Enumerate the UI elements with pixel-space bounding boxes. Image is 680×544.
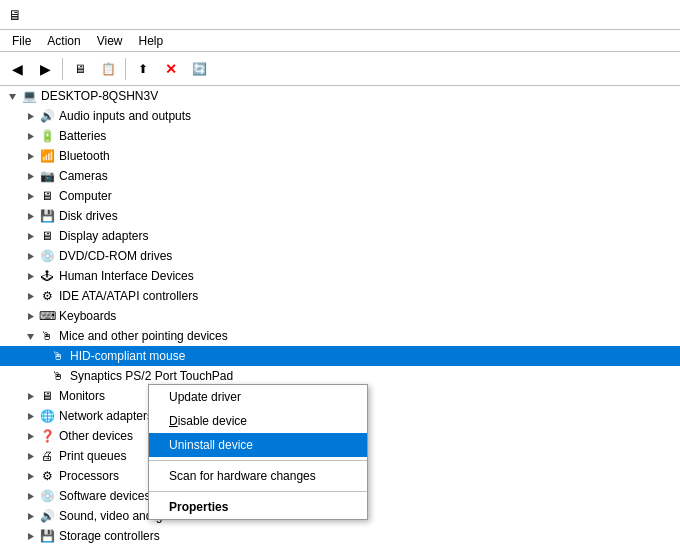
item-label-hid-mouse: HID-compliant mouse [70,349,185,363]
expand-icon-mice[interactable] [22,328,38,344]
item-label-computer: Computer [59,189,112,203]
item-icon-monitors: 🖥 [38,388,56,404]
expand-icon-keyboards[interactable] [22,308,38,324]
item-icon-bluetooth: 📶 [38,148,56,164]
tree-item-hid-mouse[interactable]: 🖱HID-compliant mouse [0,346,680,366]
item-label-disk: Disk drives [59,209,118,223]
svg-marker-11 [28,313,34,320]
close-button[interactable] [626,0,672,30]
item-icon-print: 🖨 [38,448,56,464]
context-menu-item-update-driver[interactable]: Update driver [149,385,367,409]
expand-icon-software[interactable] [22,488,38,504]
expand-icon-hid-mouse [40,348,49,364]
item-label-batteries: Batteries [59,129,106,143]
tree-item-ide[interactable]: ⚙IDE ATA/ATAPI controllers [0,286,680,306]
forward-button[interactable]: ▶ [32,56,58,82]
item-icon-ide: ⚙ [38,288,56,304]
context-menu-separator [149,491,367,492]
expand-icon-other[interactable] [22,428,38,444]
svg-marker-8 [28,253,34,260]
item-icon-computer: 🖥 [38,188,56,204]
item-icon-sound: 🔊 [38,508,56,524]
item-icon-hid-mouse: 🖱 [49,348,67,364]
tree-item-hid[interactable]: 🕹Human Interface Devices [0,266,680,286]
item-label-root: DESKTOP-8QSHN3V [41,89,158,103]
menu-item-action[interactable]: Action [39,30,88,52]
expand-icon-hid[interactable] [22,268,38,284]
tree-item-mice[interactable]: 🖱Mice and other pointing devices [0,326,680,346]
maximize-button[interactable] [578,0,624,30]
properties-button[interactable]: 📋 [95,56,121,82]
expand-icon-storage[interactable] [22,528,38,544]
expand-icon-root[interactable] [4,88,20,104]
computer-button[interactable]: 🖥 [67,56,93,82]
expand-icon-batteries[interactable] [22,128,38,144]
item-icon-root: 💻 [20,88,38,104]
context-menu-item-properties[interactable]: Properties [149,495,367,519]
expand-icon-cameras[interactable] [22,168,38,184]
expand-icon-bluetooth[interactable] [22,148,38,164]
item-label-synaptics: Synaptics PS/2 Port TouchPad [70,369,233,383]
item-icon-hid: 🕹 [38,268,56,284]
svg-marker-15 [28,433,34,440]
tree-item-disk[interactable]: 💾Disk drives [0,206,680,226]
menu-item-view[interactable]: View [89,30,131,52]
tree-item-bluetooth[interactable]: 📶Bluetooth [0,146,680,166]
svg-marker-13 [28,393,34,400]
svg-marker-5 [28,193,34,200]
tree-item-root[interactable]: 💻DESKTOP-8QSHN3V [0,86,680,106]
uninstall-toolbar-button[interactable]: ✕ [158,56,184,82]
tree-item-keyboards[interactable]: ⌨Keyboards [0,306,680,326]
item-label-cameras: Cameras [59,169,108,183]
context-menu-item-uninstall-device[interactable]: Uninstall device [149,433,367,457]
toolbar: ◀ ▶ 🖥 📋 ⬆ ✕ 🔄 [0,52,680,86]
expand-icon-print[interactable] [22,448,38,464]
svg-marker-19 [28,513,34,520]
tree-item-computer[interactable]: 🖥Computer [0,186,680,206]
tree-item-batteries[interactable]: 🔋Batteries [0,126,680,146]
update-driver-toolbar-button[interactable]: ⬆ [130,56,156,82]
toolbar-separator-1 [62,58,63,80]
item-label-bluetooth: Bluetooth [59,149,110,163]
expand-icon-disk[interactable] [22,208,38,224]
tree-item-dvd[interactable]: 💿DVD/CD-ROM drives [0,246,680,266]
app-icon: 🖥 [8,7,22,23]
tree-item-storage[interactable]: 💾Storage controllers [0,526,680,544]
svg-marker-20 [28,533,34,540]
menu-item-help[interactable]: Help [131,30,172,52]
menu-item-file[interactable]: File [4,30,39,52]
tree-item-cameras[interactable]: 📷Cameras [0,166,680,186]
tree-item-audio[interactable]: 🔊Audio inputs and outputs [0,106,680,126]
item-icon-processors: ⚙ [38,468,56,484]
item-label-processors: Processors [59,469,119,483]
toolbar-separator-2 [125,58,126,80]
tree-item-synaptics[interactable]: 🖱Synaptics PS/2 Port TouchPad [0,366,680,386]
expand-icon-synaptics [40,368,49,384]
expand-icon-audio[interactable] [22,108,38,124]
tree-item-display[interactable]: 🖥Display adapters [0,226,680,246]
svg-marker-16 [28,453,34,460]
item-icon-batteries: 🔋 [38,128,56,144]
svg-marker-17 [28,473,34,480]
expand-icon-ide[interactable] [22,288,38,304]
item-icon-other: ❓ [38,428,56,444]
item-label-mice: Mice and other pointing devices [59,329,228,343]
expand-icon-monitors[interactable] [22,388,38,404]
expand-icon-processors[interactable] [22,468,38,484]
scan-toolbar-button[interactable]: 🔄 [186,56,212,82]
svg-marker-10 [28,293,34,300]
context-menu-item-scan-hardware[interactable]: Scan for hardware changes [149,464,367,488]
context-menu-item-disable-device[interactable]: Disable device [149,409,367,433]
back-button[interactable]: ◀ [4,56,30,82]
expand-icon-display[interactable] [22,228,38,244]
expand-icon-sound[interactable] [22,508,38,524]
main-content: 💻DESKTOP-8QSHN3V🔊Audio inputs and output… [0,86,680,544]
item-icon-synaptics: 🖱 [49,368,67,384]
expand-icon-dvd[interactable] [22,248,38,264]
item-label-network: Network adapters [59,409,153,423]
window-controls [530,0,672,30]
expand-icon-computer[interactable] [22,188,38,204]
minimize-button[interactable] [530,0,576,30]
svg-marker-12 [27,334,34,340]
expand-icon-network[interactable] [22,408,38,424]
